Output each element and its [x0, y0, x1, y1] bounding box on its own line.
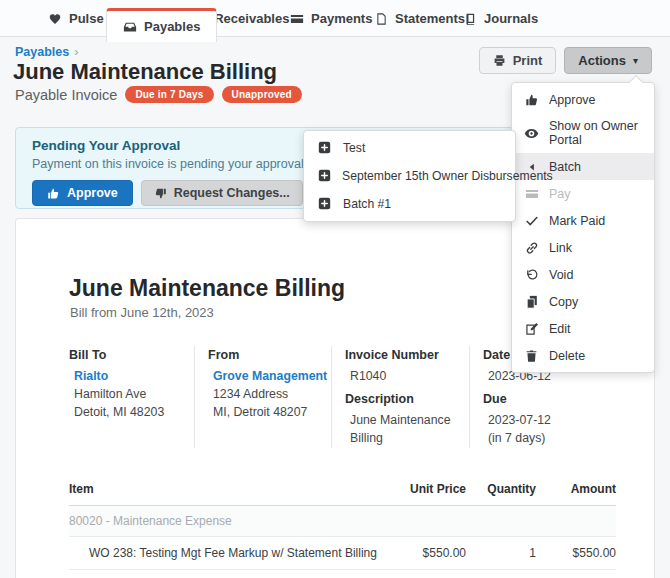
due-label: Due [483, 390, 616, 408]
menu-item-label: Batch [549, 160, 581, 174]
breadcrumb-separator: › [74, 45, 78, 59]
header-amount: Amount [536, 482, 616, 496]
menu-item-link[interactable]: Link [512, 234, 654, 261]
header-unit-price: Unit Price [381, 482, 466, 496]
submenu-item-test[interactable]: Test [304, 134, 515, 162]
menu-item-label: Approve [549, 93, 596, 107]
header-buttons: Print Actions ▾ [479, 47, 652, 74]
header-quantity: Quantity [466, 482, 536, 496]
submenu-item-label: Batch #1 [343, 197, 391, 211]
thumbs-down-icon [154, 187, 167, 200]
page-title: June Maintenance Billing [13, 59, 277, 85]
due-badge: Due in 7 Days [125, 86, 213, 103]
submenu-item-label: September 15th Owner Disbursements [342, 169, 553, 183]
row-quantity: 1 [466, 546, 536, 560]
account-group-label: 80020 - Maintenance Expense [69, 514, 616, 528]
subtitle-row: Payable Invoice Due in 7 Days Unapproved [15, 86, 302, 103]
menu-item-mark-paid[interactable]: Mark Paid [512, 207, 654, 234]
invoice-subtitle: Bill from June 12th, 2023 [70, 305, 214, 320]
credit-card-icon [290, 12, 304, 26]
tab-pulse[interactable]: Pulse [48, 0, 104, 37]
total-row: Total $550.00 [69, 570, 616, 578]
menu-item-show-on-owner-portal[interactable]: Show on Owner Portal [512, 113, 654, 153]
approve-button[interactable]: Approve [32, 180, 133, 206]
submenu-item-september-15th-owner-disbursements[interactable]: September 15th Owner Disbursements [304, 162, 515, 190]
tab-payables[interactable]: Payables [106, 8, 217, 42]
tab-label: Pulse [69, 11, 104, 26]
tab-label: Payables [144, 19, 200, 34]
tab-label: Payments [311, 11, 372, 26]
breadcrumb: Payables› [15, 45, 78, 59]
breadcrumb-payables-link[interactable]: Payables [15, 45, 69, 59]
bill-to-label: Bill To [69, 346, 194, 364]
request-changes-label: Request Changes... [174, 186, 290, 200]
table-row: WO 238: Testing Mgt Fee Markup w/ Statem… [69, 536, 616, 570]
caret-down-icon: ▾ [633, 55, 638, 66]
invoice-number-column: Invoice Number R1040 Description June Ma… [331, 346, 469, 448]
tab-journals[interactable]: Journals [464, 0, 538, 37]
from-address-1: 1234 Address [208, 386, 331, 404]
menu-item-label: Link [549, 241, 572, 255]
invoice-type-label: Payable Invoice [15, 87, 117, 103]
row-item: WO 238: Testing Mgt Fee Markup w/ Statem… [69, 546, 381, 560]
inbox-icon [123, 20, 137, 34]
edit-icon [524, 321, 539, 336]
invoice-number-value: R1040 [345, 368, 469, 386]
description-label: Description [345, 390, 469, 408]
plus-square-icon [318, 169, 331, 183]
credit-card-icon [524, 186, 539, 201]
request-changes-button[interactable]: Request Changes... [141, 180, 303, 206]
due-note: (in 7 days) [483, 430, 616, 448]
line-items-table: Item Unit Price Quantity Amount 80020 - … [69, 476, 616, 578]
bill-to-link[interactable]: Rialto [74, 368, 108, 386]
bill-to-address-1: Hamilton Ave [69, 386, 194, 404]
menu-item-pay: Pay [512, 180, 654, 207]
row-unit-price: $550.00 [381, 546, 466, 560]
heart-icon [48, 12, 62, 26]
submenu-item-batch-1[interactable]: Batch #1 [304, 190, 515, 218]
submenu-item-label: Test [343, 141, 365, 155]
plus-square-icon [318, 141, 332, 155]
menu-item-delete[interactable]: Delete [512, 342, 654, 369]
invoice-title: June Maintenance Billing [69, 275, 345, 302]
menu-item-void[interactable]: Void [512, 261, 654, 288]
menu-item-copy[interactable]: Copy [512, 288, 654, 315]
menu-item-label: Copy [549, 295, 578, 309]
menu-item-approve[interactable]: Approve [512, 86, 654, 113]
tab-label: Statements [395, 11, 465, 26]
plus-square-icon [318, 197, 332, 211]
bill-to-address-2: Detoit, MI 48203 [69, 404, 194, 422]
print-button[interactable]: Print [479, 47, 557, 74]
unapproved-badge: Unapproved [222, 86, 302, 103]
menu-item-label: Edit [549, 322, 571, 336]
menu-item-label: Void [549, 268, 573, 282]
book-icon [464, 12, 477, 26]
menu-item-edit[interactable]: Edit [512, 315, 654, 342]
bill-to-column: Bill To Rialto Hamilton Ave Detoit, MI 4… [69, 346, 194, 448]
from-address-2: MI, Detroit 48207 [208, 404, 331, 422]
invoice-number-label: Invoice Number [345, 346, 469, 364]
print-label: Print [513, 53, 543, 68]
batch-submenu: Test September 15th Owner Disbursements … [303, 130, 516, 222]
approve-label: Approve [67, 186, 118, 200]
description-value: June Maintenance Billing [345, 412, 469, 448]
row-amount: $550.00 [536, 546, 616, 560]
actions-dropdown-menu: Approve Show on Owner Portal Batch Pay M… [511, 82, 655, 373]
tab-statements[interactable]: Statements [375, 0, 465, 37]
table-header-row: Item Unit Price Quantity Amount [69, 476, 616, 506]
thumbs-up-icon [524, 92, 539, 107]
header-item: Item [69, 482, 381, 496]
thumbs-up-icon [47, 187, 60, 200]
tab-payments[interactable]: Payments [290, 0, 372, 37]
from-link[interactable]: Grove Management [213, 368, 327, 386]
from-column: From Grove Management 1234 Address MI, D… [194, 346, 331, 448]
printer-icon [493, 54, 506, 67]
tab-label: Receivables [214, 11, 289, 26]
account-group-row: 80020 - Maintenance Expense [69, 506, 616, 536]
link-icon [524, 240, 539, 255]
from-label: From [208, 346, 331, 364]
trash-icon [524, 348, 539, 363]
actions-button[interactable]: Actions ▾ [564, 47, 652, 74]
copy-icon [524, 294, 539, 309]
document-icon [375, 12, 388, 26]
